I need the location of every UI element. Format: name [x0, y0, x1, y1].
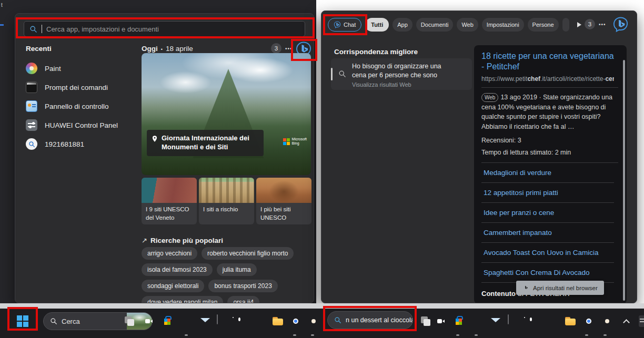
recent-item-paint[interactable]: Paint	[26, 60, 136, 77]
result-reviews: Recensioni: 3	[481, 137, 618, 144]
taskbar-search-box[interactable]: Cerca	[43, 312, 153, 330]
window-edge-strip	[0, 303, 644, 309]
tab-web[interactable]: Web	[457, 18, 478, 32]
bing-chat-icon	[334, 21, 341, 28]
daily-header: Oggi • 18 aprile	[142, 45, 193, 53]
recent-item-control-panel[interactable]: Pannello di controllo	[26, 98, 136, 115]
recent-item-search-history[interactable]: 1921681881	[26, 136, 136, 152]
running-indicator	[293, 334, 296, 336]
result-read-time: Tempo di lettura stimato: 2 min	[481, 149, 618, 156]
result-title-link[interactable]: 18 ricette per una cena vegetariana - Pe…	[481, 51, 614, 73]
related-link[interactable]: Idee per pranzi o cene	[481, 203, 614, 223]
daily-card[interactable]: I siti a rischio	[199, 178, 254, 224]
divider	[481, 87, 618, 88]
related-link[interactable]: Medaglioni di verdure	[481, 163, 614, 183]
search-results-panel: Chat Tutti App Documenti Web Impostazion…	[321, 11, 637, 303]
search-icon	[334, 316, 341, 324]
taskbar-search-box-typed[interactable]: n un dessert al cioccolato?	[327, 311, 413, 329]
more-options-icon[interactable]: •••	[285, 46, 293, 52]
tab-impostazioni[interactable]: Impostazioni	[482, 18, 524, 32]
search-chip[interactable]: arrigo vecchioni	[142, 247, 197, 260]
search-input[interactable]: Cerca app, impostazioni e documenti	[24, 21, 305, 37]
search-chip[interactable]: bonus trasporti 2023	[208, 280, 277, 292]
thumbnail-image-ruins	[199, 178, 254, 203]
tooltip-open-in-browser: Apri risultati nel browser	[516, 281, 604, 295]
running-indicator	[456, 334, 459, 336]
taskbar-search-value: n un dessert al cioccolato?	[346, 316, 413, 324]
location-pin-icon	[151, 135, 158, 143]
result-url: https://www.petitchef.it/articoli/ricett…	[481, 75, 614, 83]
date-value: 18 aprile	[166, 45, 193, 53]
search-placeholder: Cerca app, impostazioni e documenti	[46, 25, 159, 33]
web-result-card: 18 ricette per una cena vegetariana - Pe…	[474, 45, 627, 303]
recent-section-title: Recenti	[26, 45, 52, 53]
bing-icon[interactable]	[612, 16, 629, 33]
windows-logo-icon	[17, 315, 28, 327]
bing-icon	[522, 284, 529, 291]
search-chip[interactable]: dove vedere napoli milan	[142, 296, 223, 303]
related-link[interactable]: 12 appetitosi primi piatti	[481, 183, 614, 203]
tab-chat[interactable]: Chat	[328, 18, 361, 32]
running-indicator	[603, 334, 607, 336]
tray-icon-partial[interactable]	[639, 315, 644, 327]
related-link[interactable]: Avocado Toast Con Uovo in Camicia	[481, 243, 614, 263]
selection-indicator	[331, 68, 333, 80]
taskbar-search-label: Cerca	[62, 317, 123, 325]
hero-caption: Giornata Internazionale dei Monumenti e …	[147, 130, 264, 156]
paint-icon	[26, 63, 37, 74]
start-button[interactable]	[17, 315, 28, 327]
tab-app[interactable]: App	[393, 18, 412, 32]
daily-hero-image[interactable]: Giornata Internazionale dei Monumenti e …	[142, 53, 311, 175]
daily-card[interactable]: I più bei siti UNESCO	[256, 178, 311, 224]
query-text: Ho bisogno di organizzare una	[352, 62, 441, 71]
desktop-artifact-text: t	[1, 2, 3, 8]
daily-card[interactable]: I 9 siti UNESCO del Veneto	[142, 178, 197, 224]
content-item[interactable]: portata Principale - 18 Ricette Per Una …	[481, 298, 616, 303]
screen: t Cerca app, impostazioni e documenti Re…	[0, 0, 644, 338]
search-chip[interactable]: isola dei famosi 2023	[142, 263, 213, 276]
command-prompt-icon	[26, 81, 37, 93]
thumbnail-image-petra	[256, 178, 311, 203]
web-badge: Web	[481, 93, 498, 102]
running-indicator	[585, 334, 588, 336]
best-match-action: Visualizza risultati Web	[352, 81, 441, 89]
search-chip[interactable]: sondaggi elettorali	[142, 280, 204, 292]
scrollbar[interactable]	[623, 60, 625, 301]
clipchamp-icon[interactable]	[217, 314, 218, 324]
microsoft-logo-icon	[283, 138, 290, 145]
search-history-icon	[26, 138, 37, 150]
search-chip[interactable]: julia ituma	[217, 263, 257, 276]
search-icon	[50, 317, 57, 325]
microsoft-bing-logo: MicrosoftBing	[283, 137, 307, 146]
filter-tabs: Chat Tutti App Documenti Web Impostazion…	[328, 17, 581, 32]
search-chip[interactable]: orsa jj4	[227, 296, 259, 303]
control-panel-icon	[26, 100, 37, 112]
text-cursor	[42, 25, 42, 33]
tab-tutti[interactable]: Tutti	[365, 18, 389, 32]
popular-search-chips: arrigo vecchioni roberto vecchioni figli…	[142, 247, 314, 303]
search-icon	[29, 25, 37, 33]
best-match-result[interactable]: Ho bisogno di organizzare una cena per 6…	[331, 58, 472, 90]
scroll-tabs-right-icon[interactable]	[577, 22, 581, 27]
clipchamp-icon[interactable]	[508, 314, 509, 324]
recent-item-command-prompt[interactable]: Prompt dei comandi	[26, 79, 136, 96]
tab-partial[interactable]	[562, 18, 569, 32]
search-icon	[338, 70, 346, 80]
recent-item-huawei-control-panel[interactable]: HUAWEI Control Panel	[26, 117, 136, 134]
running-indicator	[311, 334, 314, 336]
search-chip[interactable]: roberto vecchioni figlio morto	[202, 247, 294, 260]
popular-searches-header: ↗ Ricerche più popolari	[142, 237, 223, 244]
desktop-artifact-mark	[0, 24, 4, 26]
related-link[interactable]: Spaghetti Con Crema Di Avocado	[481, 263, 614, 283]
running-indicator	[475, 334, 478, 336]
sliders-icon	[26, 119, 37, 131]
related-link[interactable]: Camembert impanato	[481, 223, 614, 243]
more-options-icon[interactable]: •••	[599, 22, 606, 27]
tab-persone[interactable]: Persone	[528, 18, 559, 32]
related-links-list: Medaglioni di verdure 12 appetitosi prim…	[481, 162, 618, 283]
search-flyout-panel: Cerca app, impostazioni e documenti Rece…	[15, 13, 314, 303]
notification-badge[interactable]: 3	[585, 19, 595, 29]
tab-documenti[interactable]: Documenti	[416, 18, 454, 32]
notification-badge[interactable]: 3	[271, 43, 281, 54]
running-indicator	[185, 334, 188, 336]
